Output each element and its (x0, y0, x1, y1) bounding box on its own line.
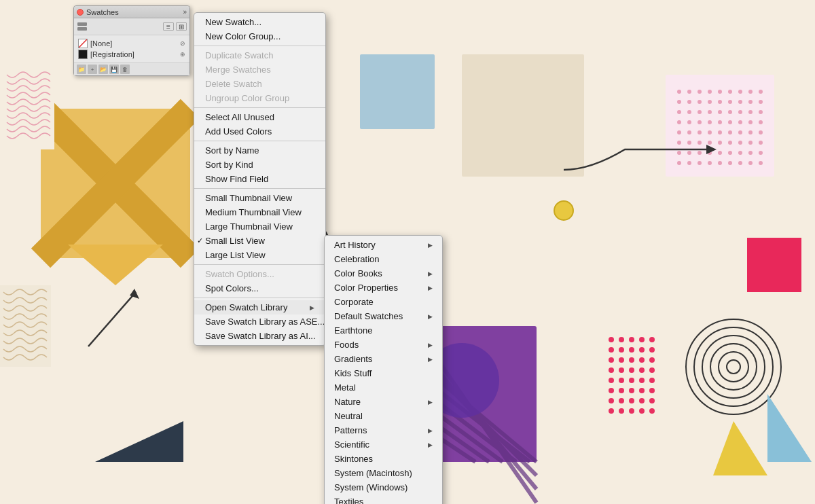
svg-point-26 (759, 100, 763, 104)
svg-point-57 (708, 141, 712, 145)
delete-swatch-icon[interactable]: 🗑 (120, 65, 130, 74)
submenu-color-properties[interactable]: Color Properties (325, 281, 442, 295)
menu-ungroup-color-group: Ungroup Color Group (194, 91, 325, 105)
svg-point-29 (698, 110, 702, 114)
separator-2 (194, 107, 325, 108)
svg-point-16 (748, 90, 753, 94)
svg-point-75 (708, 161, 712, 165)
svg-point-79 (748, 161, 753, 165)
submenu-system-win[interactable]: System (Windows) (325, 480, 442, 494)
menu-small-list[interactable]: Small List View (194, 234, 325, 248)
submenu-skintones[interactable]: Skintones (325, 452, 442, 466)
svg-point-76 (718, 161, 722, 165)
submenu-gradients[interactable]: Gradients (325, 352, 442, 366)
svg-point-27 (677, 110, 681, 114)
svg-point-98 (639, 337, 645, 342)
svg-point-44 (759, 120, 763, 124)
svg-point-72 (677, 161, 681, 165)
panel-collapse-button[interactable]: » (183, 8, 187, 16)
menu-add-used-colors[interactable]: Add Used Colors (194, 124, 325, 139)
submenu-foods[interactable]: Foods (325, 338, 442, 352)
svg-point-129 (649, 398, 655, 403)
submenu-color-books[interactable]: Color Books (325, 266, 442, 281)
menu-spot-colors[interactable]: Spot Colors... (194, 281, 325, 295)
svg-point-107 (629, 357, 634, 363)
registration-swatch-icon: ⊕ (180, 51, 185, 58)
submenu-earthtone[interactable]: Earthtone (325, 323, 442, 338)
swatch-none-row[interactable]: [None] ⊘ (77, 38, 187, 49)
svg-point-70 (748, 151, 753, 155)
menu-save-ase[interactable]: Save Swatch Library as ASE... (194, 314, 325, 329)
new-group-icon[interactable]: 📁 (77, 65, 86, 74)
submenu-patterns[interactable]: Patterns (325, 423, 442, 437)
menu-new-color-group[interactable]: New Color Group... (194, 29, 325, 43)
save-library-icon[interactable]: 💾 (109, 65, 119, 74)
submenu-default-swatches[interactable]: Default Swatches (325, 309, 442, 323)
submenu-corporate[interactable]: Corporate (325, 295, 442, 309)
svg-point-104 (649, 347, 655, 353)
submenu-kids-stuff[interactable]: Kids Stuff (325, 366, 442, 380)
svg-point-40 (718, 120, 722, 124)
swatches-panel: Swatches » ≡ ⊞ [None] ⊘ (73, 5, 190, 76)
submenu-scientific[interactable]: Scientific (325, 437, 442, 452)
panel-toolbar: ≡ ⊞ (74, 18, 189, 35)
svg-point-54 (677, 141, 681, 145)
menu-sort-by-name[interactable]: Sort by Name (194, 143, 325, 158)
menu-sort-by-kind[interactable]: Sort by Kind (194, 158, 325, 172)
svg-point-49 (718, 130, 722, 134)
open-library-icon[interactable]: 📂 (98, 65, 108, 74)
svg-rect-7 (462, 54, 584, 177)
svg-point-60 (738, 141, 742, 145)
svg-point-112 (629, 367, 634, 373)
svg-point-113 (639, 367, 645, 373)
list-view-icon[interactable]: ≡ (163, 22, 174, 31)
svg-point-13 (718, 90, 722, 94)
menu-select-all-unused[interactable]: Select All Unused (194, 110, 325, 124)
new-swatch-icon[interactable]: + (88, 65, 97, 74)
svg-point-32 (728, 110, 732, 114)
swatch-list-icon[interactable] (77, 20, 89, 33)
panel-close-button[interactable] (77, 9, 84, 16)
svg-point-10 (687, 90, 691, 94)
none-swatch-label: [None] (90, 39, 112, 48)
svg-point-73 (687, 161, 691, 165)
menu-large-list[interactable]: Large List View (194, 248, 325, 262)
swatch-list: [None] ⊘ [Registration] ⊕ (74, 35, 189, 62)
svg-point-39 (708, 120, 712, 124)
submenu-celebration[interactable]: Celebration (325, 252, 442, 266)
menu-large-thumbnail[interactable]: Large Thumbnail View (194, 219, 325, 234)
menu-new-swatch[interactable]: New Swatch... (194, 15, 325, 29)
svg-point-121 (619, 388, 624, 393)
svg-point-99 (649, 337, 655, 342)
submenu-nature[interactable]: Nature (325, 395, 442, 409)
svg-point-56 (698, 141, 702, 145)
separator-3 (194, 141, 325, 141)
menu-medium-thumbnail[interactable]: Medium Thumbnail View (194, 205, 325, 219)
submenu-neutral[interactable]: Neutral (325, 409, 442, 423)
svg-point-22 (718, 100, 722, 104)
none-swatch-color (78, 39, 88, 48)
svg-point-38 (698, 120, 702, 124)
submenu-textiles[interactable]: Textiles (325, 494, 442, 504)
submenu-art-history[interactable]: Art History (325, 238, 442, 252)
svg-point-36 (677, 120, 681, 124)
separator-6 (194, 298, 325, 298)
menu-open-swatch-library[interactable]: Open Swatch Library (194, 300, 325, 314)
swatch-registration-row[interactable]: [Registration] ⊕ (77, 49, 187, 60)
svg-point-24 (738, 100, 742, 104)
svg-point-67 (718, 151, 722, 155)
svg-point-78 (738, 161, 742, 165)
svg-point-23 (728, 100, 732, 104)
svg-rect-149 (77, 22, 87, 26)
menu-show-find-field[interactable]: Show Find Field (194, 172, 325, 186)
open-swatch-library-submenu: Art History Celebration Color Books Colo… (324, 235, 443, 504)
svg-point-19 (687, 100, 691, 104)
menu-small-thumbnail[interactable]: Small Thumbnail View (194, 191, 325, 205)
submenu-system-mac[interactable]: System (Macintosh) (325, 466, 442, 480)
menu-save-ai[interactable]: Save Swatch Library as AI... (194, 329, 325, 343)
svg-point-59 (728, 141, 732, 145)
svg-point-37 (687, 120, 691, 124)
svg-point-124 (649, 388, 655, 393)
submenu-metal[interactable]: Metal (325, 380, 442, 395)
grid-view-icon[interactable]: ⊞ (176, 22, 187, 31)
